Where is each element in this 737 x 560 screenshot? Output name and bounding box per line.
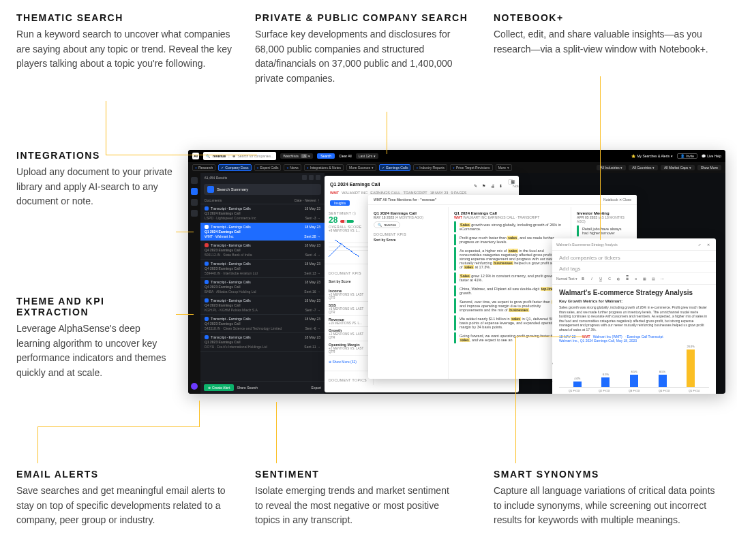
kpi-row-left[interactable]: SSS+6 MENTIONS VS. LAST QTR [329,302,369,316]
callout-title: Smart Synonyms [494,469,725,480]
doc-kpis-label: DOCUMENT KPIS [329,271,369,275]
my-searches-link[interactable]: ⭐ My Searches & Alerts ▾ [631,154,673,158]
callout-company-search: Private & Public Company Search Surface … [255,12,473,87]
callout-title: Sentiment [255,469,460,480]
filter-industry-reports[interactable]: + Industry Reports [413,164,447,171]
filter-expert-calls[interactable]: + Expert Calls [254,164,282,171]
action-icon[interactable]: ⚑ [482,184,487,189]
clear-all-button[interactable]: Clear All [339,154,352,158]
create-alert-button[interactable]: ⊕ Create Alert [204,384,234,391]
top-bar: AI 🔍 revenue | ⊕ Search for companies...… [188,150,725,162]
kpi-row-left[interactable]: Growth+2 MENTIONS VS. LAST QTR [329,327,369,341]
bold-icon[interactable]: B [580,275,586,282]
tickers-input[interactable]: Add companies or tickers [552,251,716,262]
rail-icon[interactable] [191,199,198,206]
rail-icon-active[interactable] [191,188,198,195]
highlight-icon[interactable]: ◐ [615,275,622,282]
show-more-kpi-left[interactable]: ⊕ Show More (32) [329,360,369,364]
notebook-button[interactable]: 📓 Notebook [508,179,513,185]
sort-by-score[interactable]: Sort by Score [329,279,369,283]
action-icon[interactable]: 🖨 [491,184,496,189]
kpi-row-left[interactable]: Operating Margin+2 MENTIONS VS. LAST QTR [329,341,369,356]
filter-company-docs[interactable]: ✓ Company Docs [218,164,251,171]
filter-show-more[interactable]: Show More [697,165,721,170]
tool-icon[interactable] [316,175,320,180]
filter-news[interactable]: + News [284,164,301,171]
document-row[interactable]: Transcript - Earnings Calls18 May 23Q1 2… [200,204,325,223]
filter-all-industries[interactable]: All Industries ▾ [597,165,626,170]
invite-button[interactable]: 👤 Invite [677,153,697,159]
snippet: As expected, a higher mix of sales in th… [454,247,565,270]
notebook-tab[interactable]: Walmart's Ecommerce Strategy Analysis [556,243,694,247]
note-subhead: Key Growth Metrics for Walmart: [559,299,709,303]
align-icon[interactable]: ≣ [624,275,631,282]
callout-title: Integrations [16,150,173,161]
rail-icon-profile[interactable] [191,383,198,390]
more-icon[interactable]: ⋯ [659,275,666,282]
tool-icon[interactable] [302,175,307,180]
chart-bar: 6.5% [601,377,610,387]
tags-input[interactable]: Add tags [552,262,716,273]
filter-earnings-calls[interactable]: ✓ Earnings Calls [379,164,410,171]
mentions-close[interactable]: Notebook ✕ Close [603,198,631,202]
document-row[interactable]: Transcript - Earnings Calls18 May 23Q4 2… [200,278,325,296]
document-row[interactable]: Transcript - Earnings Calls18 May 23Q1 2… [200,223,325,241]
note-reference-2[interactable]: Walmart Inc., Q1 2024 Earnings Call, May… [559,339,709,343]
note-heading: Walmart's E-commerce Strategy Analysis [559,289,709,296]
kpi-row-left[interactable]: Revenue+19 MENTIONS VS. L... [329,316,369,327]
filter-all-market-caps[interactable]: All Market Caps ▾ [661,165,695,170]
text-color-icon[interactable]: C [606,275,613,282]
list-icon[interactable]: ≡ [633,275,640,282]
time-range-dropdown[interactable]: Last 12m ▾ [356,153,378,159]
filter-research[interactable]: + Research [192,164,215,171]
insights-tab[interactable]: Insights [330,200,350,206]
filter-more-sources[interactable]: More Sources ▾ [346,164,376,171]
export-button[interactable]: Export [312,386,321,390]
kpi-row-left[interactable]: Income+2 MENTIONS VS. LAST QTR [329,287,369,302]
filter-bar: + Research ✓ Company Docs + Expert Calls… [188,162,725,173]
action-icon[interactable]: ✎ [474,184,479,189]
underline-icon[interactable]: U [597,275,604,282]
search-button[interactable]: Search [317,153,335,159]
image-icon[interactable]: ▦ [642,275,648,282]
sentiment-score: 28 [329,215,337,225]
notebook-expand-icon[interactable]: ⤢ [696,241,703,248]
search-main[interactable]: 🔍 revenue | ⊕ Search for companies... [203,152,276,160]
document-row[interactable]: Transcript - Earnings Calls18 May 23Q4 2… [200,260,325,278]
snippet: Sales grew 12.9% in constant currency, a… [454,273,565,283]
term-chip[interactable]: 🔍 revenue [374,221,400,228]
document-row[interactable]: Transcript - Earnings Calls18 May 23Q4 2… [200,315,325,333]
summary-label: Search Summary [217,187,248,191]
document-row[interactable]: Transcript - Earnings Calls18 May 23Q1 2… [200,333,325,352]
sentiment-compare: +8 MENTIONS VS. L... [329,229,369,232]
italic-icon[interactable]: I [588,275,595,282]
filter-more[interactable]: More ▾ [496,164,512,171]
doc-kpis-label: DOCUMENT KPIS [374,232,442,236]
search-summary-card[interactable]: Search Summary [204,184,321,195]
search-value: revenue [213,154,226,158]
callout-body: Capture all language variations of criti… [494,484,725,528]
screenshot-cluster: AI 🔍 revenue | ⊕ Search for companies...… [188,150,725,402]
rail-icon[interactable] [191,210,198,217]
sort-by-score[interactable]: Sort by Score [374,238,442,242]
filter-all-countries[interactable]: All Countries ▾ [629,165,658,170]
callout-sentiment: Sentiment Isolate emerging trends and ma… [255,469,460,528]
watchlists-dropdown[interactable]: Watchlists 19 ▾ [280,153,313,159]
document-row[interactable]: Transcript - Earnings Calls18 May 23Q4 2… [200,296,325,315]
filter-integrations[interactable]: + Integrations & Notes [304,164,344,171]
callout-title: Email Alerts [16,469,235,480]
document-list: 61,454 Results Search Summary Documents … [200,173,325,394]
table-icon[interactable]: ▤ [650,275,657,282]
share-search-button[interactable]: Share Search [237,386,258,390]
rail-icon[interactable] [191,177,198,184]
tool-icon[interactable] [309,175,314,180]
col-date[interactable]: Date - Newest ⋮ [295,198,320,202]
connector-line [37,426,38,463]
close-icon[interactable]: ✕ [705,241,712,248]
document-row[interactable]: Transcript - Earnings Calls18 May 23Q4 2… [200,241,325,260]
live-help-link[interactable]: 💬 Live Help [702,154,721,158]
action-icon[interactable]: ⬇ [499,184,505,189]
chart-categories: Q1 FY23Q2 FY23Q3 FY23Q4 FY23Q1 FY24 [559,388,709,392]
filter-price-target[interactable]: + Price Target Revisions [450,164,493,171]
format-dropdown[interactable]: Normal Text ▾ [556,277,577,281]
